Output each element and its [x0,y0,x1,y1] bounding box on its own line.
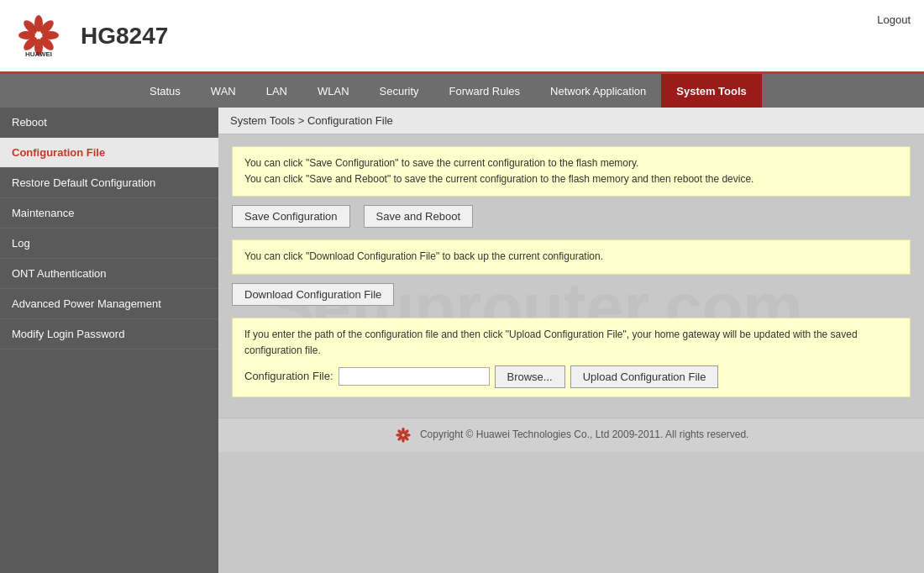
save-info-text: You can click "Save Configuration" to sa… [244,157,753,185]
main-layout: RebootConfiguration FileRestore Default … [0,108,924,573]
nav-item-forward-rules[interactable]: Forward Rules [434,74,536,108]
nav-item-network-application[interactable]: Network Application [535,74,661,108]
device-title: HG8247 [81,23,168,50]
sidebar-item-configuration-file[interactable]: Configuration File [0,138,218,168]
save-info-box: You can click "Save Configuration" to sa… [232,146,911,197]
upload-configuration-button[interactable]: Upload Configuration File [570,365,719,388]
sidebar-item-restore-default-configuration[interactable]: Restore Default Configuration [0,168,218,198]
config-file-input[interactable] [339,367,490,386]
svg-text:HUAWEI: HUAWEI [25,50,52,58]
save-and-reboot-button[interactable]: Save and Reboot [364,205,473,228]
upload-info-box: If you enter the path of the configurati… [232,318,911,397]
footer: Copyright © Huawei Technologies Co., Ltd… [218,418,924,452]
breadcrumb: System Tools > Configuration File [218,108,924,134]
sidebar-item-modify-login-password[interactable]: Modify Login Password [0,319,218,350]
logo-area: HUAWEI HG8247 [13,13,168,59]
nav-item-security[interactable]: Security [365,74,434,108]
config-file-label: Configuration File: [244,368,333,386]
footer-logo-icon [394,427,412,444]
sidebar-item-log[interactable]: Log [0,229,218,259]
logout-button[interactable]: Logout [877,13,911,26]
content-inner: Setuprouter.com You can click "Save Conf… [218,134,924,418]
footer-text: Copyright © Huawei Technologies Co., Ltd… [420,428,749,440]
nav-item-lan[interactable]: LAN [251,74,302,108]
browse-button[interactable]: Browse... [495,365,565,388]
download-info-box: You can click "Download Configuration Fi… [232,239,911,274]
save-btn-row: Save Configuration Save and Reboot [232,205,911,228]
header: HUAWEI HG8247 Logout [0,0,924,74]
sidebar: RebootConfiguration FileRestore Default … [0,108,218,573]
sidebar-item-ont-authentication[interactable]: ONT Authentication [0,259,218,289]
sidebar-item-advanced-power-management[interactable]: Advanced Power Management [0,289,218,319]
nav-item-wan[interactable]: WAN [196,74,251,108]
content-area: System Tools > Configuration File Setupr… [218,108,924,573]
upload-info-text: If you enter the path of the configurati… [244,329,858,356]
sidebar-item-reboot[interactable]: Reboot [0,108,218,138]
download-btn-row: Download Configuration File [232,283,911,306]
sidebar-item-maintenance[interactable]: Maintenance [0,198,218,229]
nav-item-system-tools[interactable]: System Tools [661,74,762,108]
download-info-text: You can click "Download Configuration Fi… [244,250,603,262]
nav-item-wlan[interactable]: WLAN [302,74,365,108]
download-configuration-button[interactable]: Download Configuration File [232,283,394,306]
nav-item-status[interactable]: Status [134,74,196,108]
navigation-bar: StatusWANLANWLANSecurityForward RulesNet… [0,74,924,108]
save-configuration-button[interactable]: Save Configuration [232,205,350,228]
huawei-logo-icon: HUAWEI [13,13,64,59]
upload-row: Configuration File: Browse... Upload Con… [244,365,898,388]
